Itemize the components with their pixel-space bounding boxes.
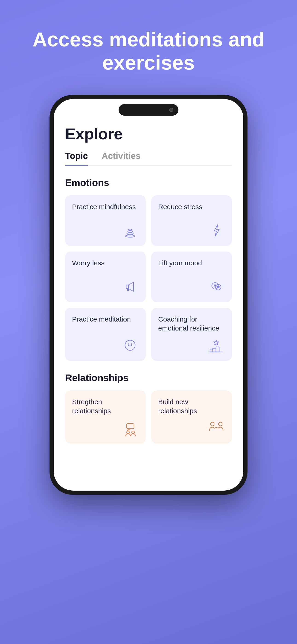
svg-marker-13 <box>214 340 219 345</box>
relationships-section-title: Relationships <box>65 372 232 384</box>
explore-title: Explore <box>65 125 232 143</box>
svg-point-10 <box>125 340 135 350</box>
svg-point-2 <box>128 231 132 233</box>
svg-point-21 <box>210 422 214 426</box>
svg-point-20 <box>132 431 134 434</box>
card-build-relationships[interactable]: Build new relationships <box>151 390 232 444</box>
card-practice-mindfulness[interactable]: Practice mindfulness <box>65 195 146 246</box>
screen-content: Explore Topic Activities Emotions Practi… <box>54 118 243 469</box>
card-coaching-resilience[interactable]: Coaching for emotional resilience <box>151 308 232 361</box>
masks-icon <box>158 278 225 295</box>
card-label-strengthen-relationships: Stregthen relationships <box>72 397 139 415</box>
balance-icon <box>72 222 139 239</box>
card-label-build-relationships: Build new relationships <box>158 397 225 415</box>
tab-activities[interactable]: Activities <box>102 151 141 166</box>
card-label-worry-less: Worry less <box>72 258 139 268</box>
card-lift-mood[interactable]: Lift your mood <box>151 252 232 302</box>
svg-rect-14 <box>213 348 216 352</box>
card-reduce-stress[interactable]: Reduce stress <box>151 195 232 246</box>
relationships-grid: Stregthen relationships <box>65 390 232 444</box>
tabs-container: Topic Activities <box>65 151 232 166</box>
card-label-practice-meditation: Practice meditation <box>72 315 139 324</box>
svg-rect-16 <box>210 349 213 352</box>
handshake-people-icon <box>158 420 225 437</box>
svg-point-3 <box>128 229 132 231</box>
svg-point-19 <box>127 431 130 434</box>
svg-rect-15 <box>216 347 219 352</box>
svg-point-0 <box>126 235 135 237</box>
svg-rect-18 <box>127 424 134 429</box>
tab-topic[interactable]: Topic <box>65 151 88 166</box>
card-label-practice-mindfulness: Practice mindfulness <box>72 202 139 211</box>
phone-camera <box>169 108 173 112</box>
card-practice-meditation[interactable]: Practice meditation <box>65 308 146 361</box>
phone-device: Explore Topic Activities Emotions Practi… <box>50 95 248 495</box>
card-label-coaching-resilience: Coaching for emotional resilience <box>158 315 225 332</box>
card-strengthen-relationships[interactable]: Stregthen relationships <box>65 390 146 444</box>
svg-point-22 <box>218 422 222 426</box>
megaphone-icon <box>72 278 139 295</box>
podium-icon <box>158 337 225 354</box>
svg-point-1 <box>127 233 133 235</box>
face-meditation-icon <box>72 337 139 354</box>
svg-point-5 <box>214 285 215 286</box>
svg-point-8 <box>217 286 218 287</box>
card-worry-less[interactable]: Worry less <box>65 252 146 302</box>
card-label-lift-mood: Lift your mood <box>158 258 225 268</box>
chat-people-icon <box>72 420 139 437</box>
lightning-icon <box>158 222 225 239</box>
page-header-title: Access meditations and exercises <box>0 28 297 74</box>
svg-point-9 <box>219 286 220 287</box>
card-label-reduce-stress: Reduce stress <box>158 202 225 211</box>
phone-screen: Explore Topic Activities Emotions Practi… <box>54 99 243 490</box>
phone-pill <box>118 104 178 116</box>
emotions-section-title: Emotions <box>65 177 232 188</box>
phone-notch <box>54 99 243 118</box>
emotions-grid: Practice mindfulness Reduce stress <box>65 195 232 361</box>
